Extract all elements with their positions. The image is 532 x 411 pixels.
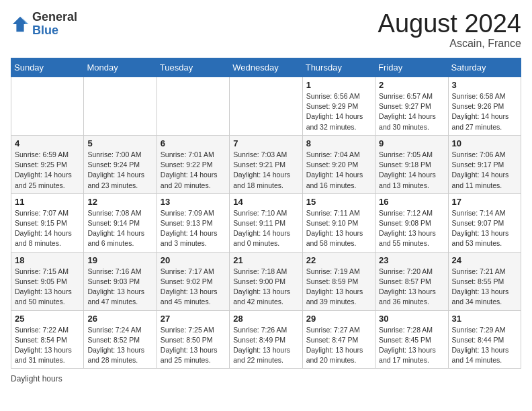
day-info: Sunrise: 7:19 AM Sunset: 8:59 PM Dayligh… [306, 267, 371, 308]
day-number: 4 [15, 138, 80, 148]
calendar-cell: 5Sunrise: 7:00 AM Sunset: 9:24 PM Daylig… [84, 135, 157, 193]
day-info: Sunrise: 7:04 AM Sunset: 9:20 PM Dayligh… [306, 150, 371, 191]
calendar-cell [11, 77, 84, 136]
day-number: 2 [379, 80, 444, 90]
day-info: Sunrise: 7:11 AM Sunset: 9:10 PM Dayligh… [306, 208, 371, 249]
day-info: Sunrise: 7:08 AM Sunset: 9:14 PM Dayligh… [87, 208, 152, 249]
calendar-cell: 23Sunrise: 7:20 AM Sunset: 8:57 PM Dayli… [375, 252, 448, 310]
logo-blue: Blue [32, 24, 58, 37]
logo-general: General [32, 10, 77, 24]
calendar-week-row: 18Sunrise: 7:15 AM Sunset: 9:05 PM Dayli… [11, 252, 521, 310]
day-number: 3 [452, 80, 517, 90]
calendar-cell: 14Sunrise: 7:10 AM Sunset: 9:11 PM Dayli… [230, 193, 302, 252]
calendar-cell: 31Sunrise: 7:29 AM Sunset: 8:44 PM Dayli… [448, 310, 521, 369]
day-number: 16 [379, 197, 444, 207]
calendar-cell: 21Sunrise: 7:18 AM Sunset: 9:00 PM Dayli… [230, 252, 302, 310]
calendar-cell: 19Sunrise: 7:16 AM Sunset: 9:03 PM Dayli… [84, 252, 157, 310]
month-year: August 2024 [378, 11, 521, 36]
calendar-cell: 27Sunrise: 7:25 AM Sunset: 8:50 PM Dayli… [157, 310, 229, 369]
calendar-cell: 7Sunrise: 7:03 AM Sunset: 9:21 PM Daylig… [230, 135, 302, 193]
day-info: Sunrise: 7:27 AM Sunset: 8:47 PM Dayligh… [306, 325, 371, 366]
calendar-cell: 6Sunrise: 7:01 AM Sunset: 9:22 PM Daylig… [157, 135, 229, 193]
day-info: Sunrise: 7:14 AM Sunset: 9:07 PM Dayligh… [452, 208, 517, 249]
day-number: 28 [233, 314, 298, 324]
day-info: Sunrise: 6:59 AM Sunset: 9:25 PM Dayligh… [15, 150, 80, 191]
calendar-cell: 10Sunrise: 7:06 AM Sunset: 9:17 PM Dayli… [448, 135, 521, 193]
day-info: Sunrise: 7:07 AM Sunset: 9:15 PM Dayligh… [15, 208, 80, 249]
weekday-header: Wednesday [230, 58, 302, 77]
weekday-header: Monday [84, 58, 157, 77]
weekday-header: Thursday [302, 58, 375, 77]
calendar-week-row: 1Sunrise: 6:56 AM Sunset: 9:29 PM Daylig… [11, 77, 521, 136]
day-info: Sunrise: 7:00 AM Sunset: 9:24 PM Dayligh… [87, 150, 152, 191]
day-number: 27 [161, 314, 226, 324]
day-info: Sunrise: 7:24 AM Sunset: 8:52 PM Dayligh… [87, 325, 152, 366]
logo: General Blue [11, 11, 77, 38]
calendar-cell: 4Sunrise: 6:59 AM Sunset: 9:25 PM Daylig… [11, 135, 84, 193]
day-info: Sunrise: 6:56 AM Sunset: 9:29 PM Dayligh… [306, 91, 371, 132]
calendar-cell: 3Sunrise: 6:58 AM Sunset: 9:26 PM Daylig… [448, 77, 521, 136]
day-number: 18 [15, 255, 80, 265]
calendar-cell [84, 77, 157, 136]
day-number: 20 [161, 255, 226, 265]
day-number: 14 [233, 197, 298, 207]
day-number: 8 [306, 138, 371, 148]
calendar-cell: 9Sunrise: 7:05 AM Sunset: 9:18 PM Daylig… [375, 135, 448, 193]
day-info: Sunrise: 7:25 AM Sunset: 8:50 PM Dayligh… [161, 325, 226, 366]
calendar-cell: 25Sunrise: 7:22 AM Sunset: 8:54 PM Dayli… [11, 310, 84, 369]
day-number: 29 [306, 314, 371, 324]
day-number: 31 [452, 314, 517, 324]
day-info: Sunrise: 7:20 AM Sunset: 8:57 PM Dayligh… [379, 267, 444, 308]
calendar-cell: 28Sunrise: 7:26 AM Sunset: 8:49 PM Dayli… [230, 310, 302, 369]
day-number: 17 [452, 197, 517, 207]
calendar-cell: 12Sunrise: 7:08 AM Sunset: 9:14 PM Dayli… [84, 193, 157, 252]
calendar-week-row: 11Sunrise: 7:07 AM Sunset: 9:15 PM Dayli… [11, 193, 521, 252]
calendar-cell: 30Sunrise: 7:28 AM Sunset: 8:45 PM Dayli… [375, 310, 448, 369]
calendar-cell: 18Sunrise: 7:15 AM Sunset: 9:05 PM Dayli… [11, 252, 84, 310]
location: Ascain, France [378, 38, 521, 50]
day-number: 11 [15, 197, 80, 207]
day-number: 10 [452, 138, 517, 148]
calendar-cell: 29Sunrise: 7:27 AM Sunset: 8:47 PM Dayli… [302, 310, 375, 369]
day-info: Sunrise: 7:12 AM Sunset: 9:08 PM Dayligh… [379, 208, 444, 249]
day-info: Sunrise: 7:05 AM Sunset: 9:18 PM Dayligh… [379, 150, 444, 191]
day-info: Sunrise: 7:18 AM Sunset: 9:00 PM Dayligh… [233, 267, 298, 308]
logo-text: General Blue [32, 11, 77, 38]
daylight-label: Daylight hours [11, 374, 62, 383]
day-number: 1 [306, 80, 371, 90]
day-info: Sunrise: 7:01 AM Sunset: 9:22 PM Dayligh… [161, 150, 226, 191]
day-number: 15 [306, 197, 371, 207]
day-info: Sunrise: 7:29 AM Sunset: 8:44 PM Dayligh… [452, 325, 517, 366]
calendar-cell: 13Sunrise: 7:09 AM Sunset: 9:13 PM Dayli… [157, 193, 229, 252]
day-info: Sunrise: 7:26 AM Sunset: 8:49 PM Dayligh… [233, 325, 298, 366]
title-block: August 2024 Ascain, France [378, 11, 521, 50]
calendar-cell: 8Sunrise: 7:04 AM Sunset: 9:20 PM Daylig… [302, 135, 375, 193]
calendar-cell: 15Sunrise: 7:11 AM Sunset: 9:10 PM Dayli… [302, 193, 375, 252]
day-number: 25 [15, 314, 80, 324]
page-header: General Blue August 2024 Ascain, France [11, 11, 521, 50]
day-number: 30 [379, 314, 444, 324]
day-number: 9 [379, 138, 444, 148]
day-info: Sunrise: 7:22 AM Sunset: 8:54 PM Dayligh… [15, 325, 80, 366]
calendar-cell [230, 77, 302, 136]
calendar-cell: 20Sunrise: 7:17 AM Sunset: 9:02 PM Dayli… [157, 252, 229, 310]
weekday-header: Sunday [11, 58, 84, 77]
day-info: Sunrise: 7:28 AM Sunset: 8:45 PM Dayligh… [379, 325, 444, 366]
day-info: Sunrise: 7:03 AM Sunset: 9:21 PM Dayligh… [233, 150, 298, 191]
calendar-cell: 2Sunrise: 6:57 AM Sunset: 9:27 PM Daylig… [375, 77, 448, 136]
weekday-header: Saturday [448, 58, 521, 77]
day-info: Sunrise: 7:09 AM Sunset: 9:13 PM Dayligh… [161, 208, 226, 249]
footer: Daylight hours [11, 374, 521, 383]
day-number: 12 [87, 197, 152, 207]
day-info: Sunrise: 7:15 AM Sunset: 9:05 PM Dayligh… [15, 267, 80, 308]
day-number: 19 [87, 255, 152, 265]
calendar-header-row: SundayMondayTuesdayWednesdayThursdayFrid… [11, 58, 521, 77]
day-info: Sunrise: 7:06 AM Sunset: 9:17 PM Dayligh… [452, 150, 517, 191]
day-info: Sunrise: 6:57 AM Sunset: 9:27 PM Dayligh… [379, 91, 444, 132]
calendar-cell: 22Sunrise: 7:19 AM Sunset: 8:59 PM Dayli… [302, 252, 375, 310]
calendar-cell: 26Sunrise: 7:24 AM Sunset: 8:52 PM Dayli… [84, 310, 157, 369]
calendar-cell [157, 77, 229, 136]
day-number: 13 [161, 197, 226, 207]
calendar-week-row: 25Sunrise: 7:22 AM Sunset: 8:54 PM Dayli… [11, 310, 521, 369]
day-info: Sunrise: 7:21 AM Sunset: 8:55 PM Dayligh… [452, 267, 517, 308]
